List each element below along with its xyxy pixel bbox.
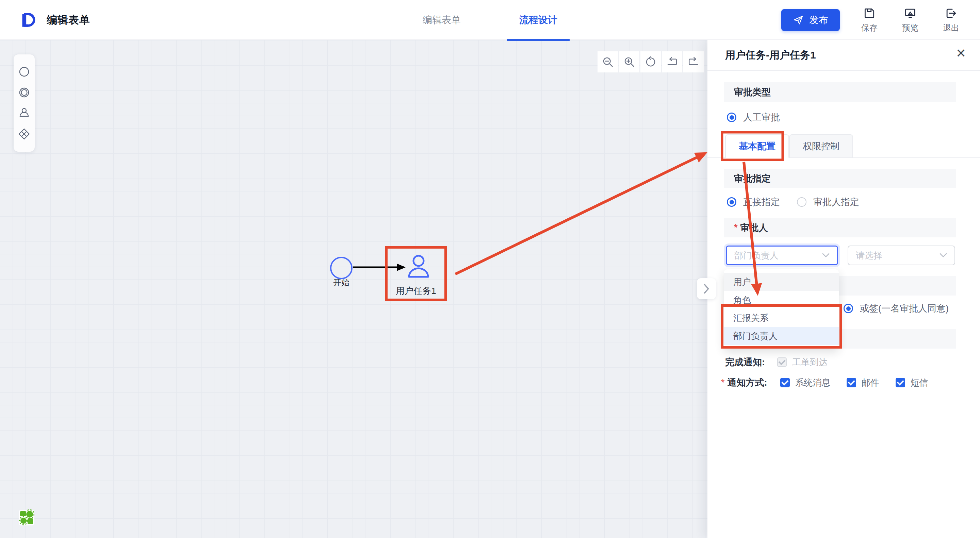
undo-icon: [666, 56, 678, 68]
zoom-in-icon: [623, 56, 635, 68]
page-title: 编辑表单: [47, 13, 90, 27]
zoom-out-icon: [601, 56, 614, 68]
panel-collapse-handle[interactable]: [697, 278, 716, 299]
radio-direct-assign[interactable]: 直接指定: [727, 196, 780, 208]
complete-notice-row: 完成通知: 工单到达: [725, 356, 827, 368]
publish-label: 发布: [809, 14, 828, 27]
redo-icon: [687, 56, 700, 68]
end-event-icon[interactable]: [18, 86, 30, 99]
section-approval-assign: 审批指定: [724, 169, 956, 188]
tab-edit-form[interactable]: 编辑表单: [410, 0, 473, 40]
user-task-node[interactable]: [406, 254, 431, 280]
checkbox-checked-icon: [896, 378, 905, 387]
divider: [708, 70, 980, 71]
chevron-right-icon: [701, 282, 711, 295]
select-value: 部门负责人: [734, 250, 778, 262]
dropdown-option-dept-manager[interactable]: 部门负责人: [724, 327, 839, 345]
preview-button[interactable]: 预览: [899, 7, 921, 33]
ld-logo-icon: [19, 11, 38, 30]
save-icon: [863, 7, 876, 20]
tab-permission-control[interactable]: 权限控制: [789, 134, 853, 158]
approver-value-select[interactable]: 请选择: [848, 246, 955, 265]
save-label: 保存: [861, 22, 878, 33]
radio-checked-icon: [843, 304, 853, 313]
chevron-down-icon: [940, 253, 947, 258]
radio-checked-icon: [727, 197, 737, 207]
brand: 编辑表单: [19, 0, 90, 40]
approver-type-dropdown: 用户 角色 汇报关系 部门负责人: [724, 269, 839, 349]
reset-zoom-icon: [644, 56, 657, 68]
checkbox-ticket-arrived[interactable]: 工单到达: [777, 356, 827, 368]
radio-label: 或签(一名审批人同意): [860, 302, 949, 314]
save-button[interactable]: 保存: [858, 7, 881, 33]
zoom-in-button[interactable]: [619, 51, 640, 73]
section-approver-label: 审批人: [740, 222, 768, 234]
redo-button[interactable]: [683, 51, 704, 73]
sequence-flow-arrow[interactable]: [350, 260, 412, 274]
radio-checked-icon: [727, 113, 737, 122]
reset-zoom-button[interactable]: [640, 51, 661, 73]
checkbox-label: 短信: [911, 377, 928, 389]
shape-palette: [14, 54, 35, 152]
section-approver: * 审批人: [724, 218, 956, 237]
checkbox-label: 邮件: [862, 377, 879, 389]
top-actions: 发布 保存 预览 退出: [781, 0, 962, 40]
panel-tabs: 基本配置 权限控制: [725, 134, 853, 158]
dropdown-option-role[interactable]: 角色: [724, 291, 839, 309]
properties-panel: 用户任务-用户任务1 ✕ 审批类型 人工审批 基本配置 权限控制 审批指定 直接…: [708, 40, 980, 538]
preview-label: 预览: [902, 22, 918, 33]
notify-method-label: 通知方式:: [727, 376, 767, 389]
required-mark: *: [734, 222, 738, 233]
workflow-designer-app: 编辑表单 编辑表单 流程设计 发布 保存: [0, 0, 980, 538]
select-placeholder: 请选择: [856, 250, 882, 262]
gateway-icon[interactable]: [18, 127, 31, 141]
radio-manual-approval[interactable]: 人工审批: [727, 111, 780, 124]
radio-approver-assign[interactable]: 审批人指定: [797, 196, 859, 208]
checkbox-checked-icon: [780, 378, 790, 387]
publish-button[interactable]: 发布: [781, 9, 840, 31]
start-event-icon[interactable]: [18, 65, 30, 78]
dropdown-option-user[interactable]: 用户: [724, 273, 839, 291]
top-tabs: 编辑表单 流程设计: [410, 0, 570, 40]
dropdown-option-report-relation[interactable]: 汇报关系: [724, 309, 839, 327]
close-icon[interactable]: ✕: [956, 46, 966, 60]
checkbox-system-message[interactable]: 系统消息: [780, 377, 830, 389]
task-node-label: 用户任务1: [386, 285, 446, 297]
tab-flow-design[interactable]: 流程设计: [507, 0, 570, 40]
checkbox-checked-icon: [846, 378, 856, 387]
radio-label: 审批人指定: [813, 196, 859, 208]
flow-canvas[interactable]: 开始 用户任务1: [0, 40, 708, 538]
complete-notice-label: 完成通知:: [725, 356, 765, 368]
radio-label: 直接指定: [743, 196, 780, 208]
preview-icon: [904, 7, 917, 20]
notify-method-row: * 通知方式: 系统消息 邮件 短信: [721, 376, 928, 389]
undo-button[interactable]: [662, 51, 682, 73]
start-node-label: 开始: [325, 277, 358, 288]
checkbox-label: 系统消息: [795, 377, 830, 389]
top-bar: 编辑表单 编辑表单 流程设计 发布 保存: [0, 0, 980, 40]
approver-type-select[interactable]: 部门负责人: [726, 246, 838, 265]
exit-icon: [945, 7, 958, 20]
canvas-controls: [598, 51, 704, 73]
checkbox-disabled-checked-icon: [777, 357, 787, 367]
tab-basic-config[interactable]: 基本配置: [725, 134, 789, 158]
checkbox-sms[interactable]: 短信: [896, 377, 928, 389]
radio-unchecked-icon: [797, 197, 807, 207]
radio-label: 人工审批: [743, 111, 780, 124]
checkbox-email[interactable]: 邮件: [846, 377, 879, 389]
start-node[interactable]: [330, 257, 353, 279]
radio-or-sign[interactable]: 或签(一名审批人同意): [843, 302, 949, 314]
chevron-down-icon: [822, 253, 830, 258]
bpmn-io-logo[interactable]: [19, 509, 34, 526]
user-task-icon[interactable]: [18, 106, 30, 119]
exit-label: 退出: [943, 22, 959, 33]
send-icon: [793, 14, 804, 25]
checkbox-label: 工单到达: [792, 356, 827, 368]
zoom-out-button[interactable]: [598, 51, 618, 73]
section-approval-type: 审批类型: [724, 82, 956, 102]
panel-title: 用户任务-用户任务1: [725, 48, 816, 62]
exit-button[interactable]: 退出: [940, 7, 962, 33]
required-mark: *: [721, 378, 725, 388]
